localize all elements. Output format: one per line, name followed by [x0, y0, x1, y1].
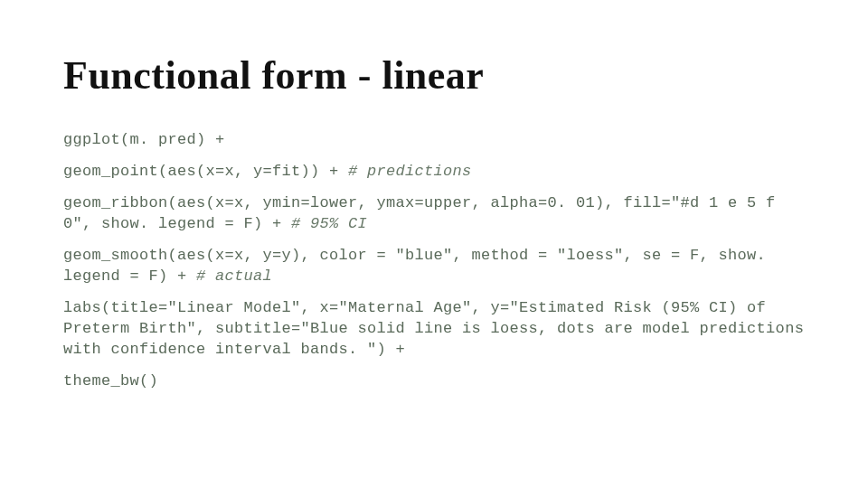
code-line: labs(title="Linear Model", x="Maternal A… [63, 298, 805, 361]
slide: Functional form - linear ggplot(m. pred)… [0, 0, 868, 488]
code-comment: # predictions [348, 163, 472, 180]
code-line: ggplot(m. pred) + [63, 130, 805, 151]
code-text: geom_point(aes(x=x, y=fit)) + [63, 163, 348, 180]
code-line: geom_ribbon(aes(x=x, ymin=lower, ymax=up… [63, 193, 805, 235]
code-line: geom_point(aes(x=x, y=fit)) + # predicti… [63, 162, 805, 183]
code-line: geom_smooth(aes(x=x, y=y), color = "blue… [63, 246, 805, 287]
code-text: geom_ribbon(aes(x=x, ymin=lower, ymax=up… [63, 194, 785, 232]
code-line: theme_bw() [63, 371, 805, 392]
code-text: labs(title="Linear Model", x="Maternal A… [63, 299, 814, 358]
code-comment: # actual [196, 267, 272, 285]
code-block: ggplot(m. pred) + geom_point(aes(x=x, y=… [63, 130, 805, 391]
code-text: ggplot(m. pred) + [63, 131, 225, 148]
code-text: theme_bw() [63, 372, 158, 389]
slide-title: Functional form - linear [63, 54, 805, 98]
code-text: geom_smooth(aes(x=x, y=y), color = "blue… [63, 247, 776, 285]
code-comment: # 95% CI [291, 215, 367, 232]
